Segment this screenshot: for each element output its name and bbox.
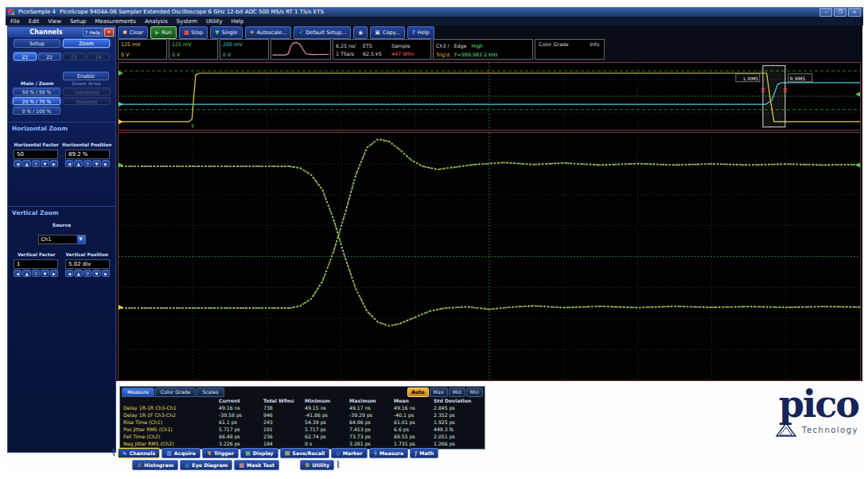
- spinner-button[interactable]: ▶: [102, 270, 110, 277]
- source-row: Ch1 ▼: [8, 229, 115, 244]
- menu-edit[interactable]: Edit: [29, 18, 40, 25]
- close-button[interactable]: ×: [848, 8, 861, 17]
- spinner-button[interactable]: ▶: [102, 160, 110, 167]
- spinner-button[interactable]: ▲: [22, 160, 30, 167]
- spinner-button[interactable]: ▶: [50, 270, 58, 277]
- zoomed-waveform-panel[interactable]: [118, 132, 861, 381]
- spinner-button[interactable]: ▼: [92, 270, 100, 277]
- cell: 0 s: [303, 440, 348, 447]
- main-zoom-25-75-button[interactable]: 25 % / 75 %: [13, 97, 60, 105]
- acquire-button[interactable]: ▥Acquire: [162, 448, 200, 458]
- horizontal-position-field[interactable]: 89.2 %: [65, 150, 110, 159]
- main-zoom-50-50-button[interactable]: 50 % / 50 %: [13, 88, 60, 95]
- spinner-button[interactable]: 0: [84, 270, 91, 277]
- measure-button[interactable]: ┼Measure: [369, 448, 409, 458]
- spinner-button[interactable]: ▲: [22, 270, 30, 277]
- bottom-toolbar: ⌇∿Channels▥Acquire↯Trigger▦Display▤Save/…: [111, 448, 438, 472]
- channels-button[interactable]: ∿Channels: [118, 448, 160, 458]
- acquire-label: Acquire: [174, 450, 196, 456]
- title-bar: PicoSample 4 PicoScope 9404A-06 Sampler …: [6, 7, 863, 17]
- pico-logo: pico Technology: [731, 387, 858, 450]
- spinner-button[interactable]: ◀: [65, 160, 73, 167]
- minimize-button[interactable]: –: [819, 8, 832, 17]
- source-dropdown-value: Ch1: [39, 236, 77, 243]
- horizontal-factor-field[interactable]: 50: [14, 150, 58, 159]
- maximize-button[interactable]: ❐: [834, 8, 847, 17]
- mask-test-button[interactable]: ▩Mask Test: [234, 460, 279, 470]
- spinner-button[interactable]: 0: [84, 160, 91, 167]
- toolbar-run-button[interactable]: ▶Run: [150, 26, 177, 39]
- table-row: Pos Jitter RMS (Ch1)5.717 ps1915.717 ps7…: [122, 426, 481, 433]
- toolbar-camera-button[interactable]: ◉: [353, 26, 368, 39]
- menu-analysis[interactable]: Analysis: [145, 18, 168, 25]
- marker-button[interactable]: ◇Marker: [331, 448, 367, 458]
- cell: 7.413 ps: [348, 426, 392, 433]
- channel2-readout[interactable]: 125 mV 0 V: [169, 39, 218, 60]
- save-recall-button[interactable]: ▤Save/Recall: [280, 448, 330, 458]
- sidebar-close-icon[interactable]: ×: [104, 28, 114, 37]
- menu-system[interactable]: System: [177, 18, 197, 25]
- spinner-button[interactable]: 0: [32, 160, 40, 167]
- trace-thumbnail[interactable]: [271, 39, 331, 60]
- sidebar-help-button[interactable]: ? Help: [83, 28, 103, 37]
- vertical-position-field[interactable]: 5.02 div: [65, 259, 110, 269]
- menu-file[interactable]: File: [10, 18, 20, 25]
- toolbar-single-button[interactable]: ▼Single: [210, 26, 242, 39]
- toolbar-stop-button[interactable]: ■Stop: [179, 26, 208, 39]
- measure-tab-scales[interactable]: Scales: [197, 387, 224, 397]
- menu-utility[interactable]: Utility: [206, 18, 223, 25]
- channel1-readout[interactable]: 125 mV 0 V: [118, 39, 167, 60]
- vertical-position-label: Vertical Position: [62, 252, 113, 257]
- utility-button[interactable]: ⚙Utility: [300, 460, 334, 470]
- source-dropdown[interactable]: Ch1 ▼: [38, 235, 86, 244]
- spinner-button[interactable]: ▶: [50, 160, 58, 167]
- spinner-button[interactable]: ▼: [41, 270, 49, 277]
- trigger-readout[interactable]: Ch3 / Edge High Trig'd F=999.983 2 kHz: [433, 39, 533, 60]
- zoom-area-combined-button[interactable]: Combined: [63, 88, 111, 95]
- eye-diagram-button[interactable]: ◎Eye Diagram: [180, 460, 232, 470]
- timebase-readout[interactable]: 6.25 ns/ ETS Sample 1 TSa/s 62.5 kS 447 …: [333, 39, 431, 60]
- tab-z3[interactable]: Z3: [63, 53, 86, 60]
- menu-setup[interactable]: Setup: [70, 18, 86, 25]
- overview-waveform-panel[interactable]: L RMSR RMS××T: [118, 62, 861, 130]
- cell: -41.86 ps: [303, 411, 348, 419]
- toolbar-clear-button[interactable]: ✱Clear: [118, 26, 148, 39]
- main-zoom-0-100-button[interactable]: 0 % / 100 %: [13, 107, 60, 115]
- range-mid-button[interactable]: Mid: [449, 387, 465, 397]
- trigger-button[interactable]: ↯Trigger: [202, 448, 239, 458]
- enable-button[interactable]: Enable: [63, 72, 109, 80]
- range-auto-button[interactable]: Auto: [407, 387, 429, 397]
- range-min-button[interactable]: Min: [466, 387, 483, 397]
- measure-tab-measure[interactable]: Measure: [122, 387, 154, 397]
- menu-view[interactable]: View: [48, 18, 61, 25]
- spinner-button[interactable]: 0: [32, 270, 40, 277]
- spinner-button[interactable]: ◀: [14, 270, 21, 277]
- menu-help[interactable]: Help: [232, 18, 244, 25]
- toolbar-copy-button[interactable]: ▣Copy...: [370, 26, 404, 39]
- toolbar-default-setup-button[interactable]: ✓Default Setup...: [294, 26, 351, 39]
- spinner-button[interactable]: ◀: [14, 160, 21, 167]
- spinner-button[interactable]: ▲: [74, 270, 82, 277]
- channel3-readout[interactable]: 200 mV 0 V: [220, 39, 269, 60]
- tab-zoom[interactable]: Zoom: [63, 39, 110, 48]
- tab-z2[interactable]: Z2: [38, 53, 61, 60]
- range-max-button[interactable]: Max: [430, 387, 448, 397]
- measure-tab-color-grade[interactable]: Color Grade: [155, 387, 197, 397]
- display-button[interactable]: ▦Display: [240, 448, 278, 458]
- math-button[interactable]: ƒMath: [410, 448, 438, 458]
- color-grade-readout[interactable]: Color Grade Info.: [535, 39, 605, 60]
- tab-z4[interactable]: Z4: [87, 53, 110, 60]
- histogram-button[interactable]: ⚠Histogram: [132, 460, 178, 470]
- mask-test-icon: ▩: [239, 462, 244, 469]
- tab-z1[interactable]: Z1: [14, 53, 37, 60]
- zoom-area-separate-button[interactable]: Separate: [63, 97, 111, 105]
- spinner-button[interactable]: ▲: [74, 160, 82, 167]
- menu-measurements[interactable]: Measurements: [95, 18, 136, 25]
- spinner-button[interactable]: ▼: [41, 160, 49, 167]
- spinner-button[interactable]: ◀: [65, 270, 73, 277]
- spinner-button[interactable]: ▼: [92, 160, 100, 167]
- toolbar-help-button[interactable]: ?Help: [407, 26, 434, 39]
- vertical-factor-field[interactable]: 1: [14, 259, 58, 269]
- toolbar-autoscale-button[interactable]: ✳Autoscale...: [245, 26, 292, 39]
- tab-setup[interactable]: Setup: [14, 39, 60, 48]
